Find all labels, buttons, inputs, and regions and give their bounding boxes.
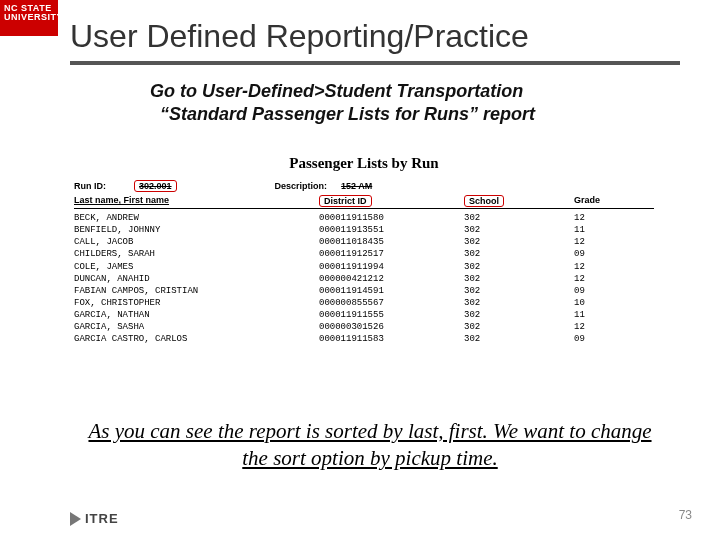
arrow-icon [70,512,81,526]
report-screenshot: Passenger Lists by Run Run ID: 302.001 D… [74,155,654,346]
cell-school: 302 [464,321,574,333]
cell-name: DUNCAN, ANAHID [74,273,319,285]
cell-name: CALL, JACOB [74,236,319,248]
cell-id: 000000421212 [319,273,464,285]
cell-name: GARCIA, NATHAN [74,309,319,321]
cell-grade: 12 [574,212,634,224]
cell-grade: 10 [574,297,634,309]
cell-school: 302 [464,236,574,248]
cell-id: 000000301526 [319,321,464,333]
col-name: Last name, First name [74,195,319,207]
cell-name: FOX, CHRISTOPHER [74,297,319,309]
logo-line2: UNIVERSITY [4,13,54,22]
table-row: COLE, JAMES00001191199430212 [74,261,654,273]
runid-label: Run ID: [74,181,106,191]
page-number: 73 [679,508,692,522]
table-row: GARCIA, NATHAN00001191155530211 [74,309,654,321]
table-row: FABIAN CAMPOS, CRISTIAN00001191459130209 [74,285,654,297]
table-row: BENFIELD, JOHNNY00001191355130211 [74,224,654,236]
cell-grade: 11 [574,224,634,236]
cell-name: FABIAN CAMPOS, CRISTIAN [74,285,319,297]
nc-state-logo: NC STATE UNIVERSITY [0,0,58,36]
report-header-row: Last name, First name District ID School… [74,195,654,209]
table-row: FOX, CHRISTOPHER00000085556730210 [74,297,654,309]
cell-school: 302 [464,224,574,236]
cell-name: COLE, JAMES [74,261,319,273]
table-row: DUNCAN, ANAHID00000042121230212 [74,273,654,285]
cell-id: 000011911583 [319,333,464,345]
cell-school: 302 [464,261,574,273]
cell-school: 302 [464,285,574,297]
cell-id: 000011911994 [319,261,464,273]
caption-text: As you can see the report is sorted by l… [80,418,660,473]
table-row: GARCIA, SASHA00000030152630212 [74,321,654,333]
cell-school: 302 [464,309,574,321]
report-meta-row: Run ID: 302.001 Description: 152 AM [74,180,654,192]
cell-id: 000011912517 [319,248,464,260]
cell-id: 000011911555 [319,309,464,321]
instruction-line1: Go to User-Defined>Student Transportatio… [150,80,640,103]
cell-name: GARCIA CASTRO, CARLOS [74,333,319,345]
cell-school: 302 [464,333,574,345]
cell-grade: 11 [574,309,634,321]
cell-id: 000011018435 [319,236,464,248]
table-row: GARCIA CASTRO, CARLOS00001191158330209 [74,333,654,345]
col-id: District ID [319,195,372,207]
cell-school: 302 [464,212,574,224]
cell-grade: 09 [574,285,634,297]
cell-grade: 09 [574,333,634,345]
table-row: CALL, JACOB00001101843530212 [74,236,654,248]
desc-label: Description: [275,181,328,191]
cell-school: 302 [464,248,574,260]
itre-logo: ITRE [70,511,119,526]
col-school: School [464,195,504,207]
itre-text: ITRE [85,511,119,526]
cell-id: 000011913551 [319,224,464,236]
desc-value: 152 AM [341,181,372,191]
cell-school: 302 [464,273,574,285]
table-row: CHILDERS, SARAH00001191251730209 [74,248,654,260]
cell-school: 302 [464,297,574,309]
instruction-text: Go to User-Defined>Student Transportatio… [150,80,640,125]
cell-id: 000011914591 [319,285,464,297]
col-grade: Grade [574,195,634,207]
cell-id: 000000855567 [319,297,464,309]
cell-grade: 12 [574,273,634,285]
table-row: BECK, ANDREW00001191158030212 [74,212,654,224]
report-rows: BECK, ANDREW00001191158030212BENFIELD, J… [74,212,654,346]
instruction-line2: “Standard Passenger Lists for Runs” repo… [150,103,640,126]
cell-name: BECK, ANDREW [74,212,319,224]
slide-title: User Defined Reporting/Practice [70,18,680,65]
report-heading: Passenger Lists by Run [74,155,654,172]
cell-name: CHILDERS, SARAH [74,248,319,260]
cell-name: BENFIELD, JOHNNY [74,224,319,236]
cell-id: 000011911580 [319,212,464,224]
cell-grade: 12 [574,261,634,273]
cell-grade: 12 [574,321,634,333]
cell-grade: 09 [574,248,634,260]
cell-grade: 12 [574,236,634,248]
runid-value: 302.001 [134,180,177,192]
cell-name: GARCIA, SASHA [74,321,319,333]
